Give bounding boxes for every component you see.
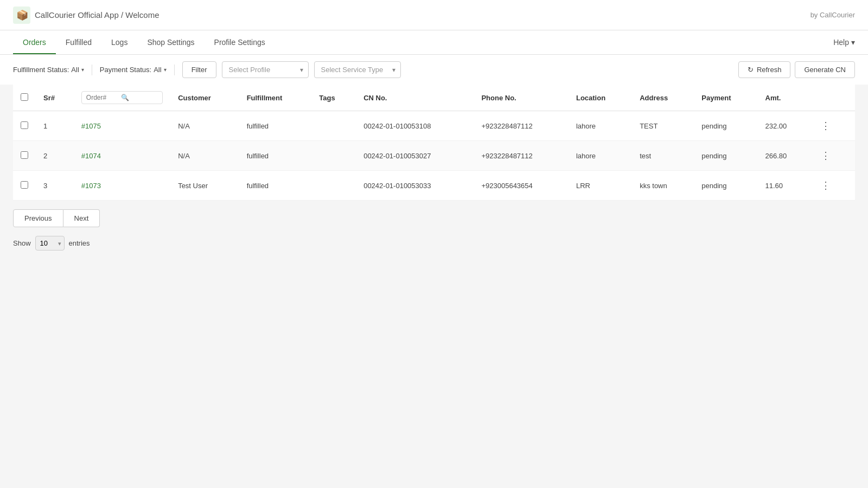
select-service-dropdown[interactable]: Select Service Type [314,61,401,78]
row-payment: pending [694,171,757,201]
by-text: by CallCourier [810,11,855,19]
header-customer: Customer [170,85,239,111]
nav-bar: Orders Fulfilled Logs Shop Settings Prof… [0,30,868,55]
divider-1 [92,65,92,75]
header-tags: Tags [311,85,356,111]
row-location: LRR [569,171,632,201]
search-icon: 🔍 [121,94,129,101]
row-phone: +923228487112 [474,111,569,141]
row-customer: Test User [170,171,239,201]
payment-status-filter[interactable]: Payment Status: All ▾ [100,66,167,74]
toolbar: Fulfillment Status: All ▾ Payment Status… [0,55,868,85]
app-branding: 📦 CallCourier Official App / Welcome [13,7,159,24]
row-checkbox-1[interactable] [21,151,28,159]
row-more-actions[interactable]: ⋮ [810,171,855,201]
row-fulfillment: fulfilled [239,141,312,171]
header-location: Location [569,85,632,111]
row-sr: 1 [36,111,74,141]
help-label: Help [833,38,849,47]
row-address: kks town [632,171,694,201]
row-phone: +923228487112 [474,141,569,171]
row-location: lahore [569,111,632,141]
row-fulfillment: fulfilled [239,111,312,141]
select-profile-wrap: Select Profile [222,61,309,78]
header-sr: Sr# [36,85,74,111]
header-order-search: 🔍 [74,85,170,111]
row-checkbox-cell [13,171,36,201]
entries-wrap: 10 25 50 100 [35,236,65,251]
entries-select[interactable]: 10 25 50 100 [35,236,65,251]
more-actions-button-1[interactable]: ⋮ [818,149,834,163]
fulfillment-label: Fulfillment Status: [13,66,69,74]
previous-button[interactable]: Previous [13,209,63,227]
row-location: lahore [569,141,632,171]
table-body: 1 #1075 N/A fulfilled 00242-01-010053108… [13,111,855,201]
payment-value: All [154,66,161,74]
row-more-actions[interactable]: ⋮ [810,111,855,141]
row-tags [311,171,356,201]
svg-text:📦: 📦 [16,9,29,21]
row-checkbox-cell [13,111,36,141]
fulfillment-status-filter[interactable]: Fulfillment Status: All ▾ [13,66,84,74]
toolbar-right: ↻ Refresh Generate CN [738,61,855,78]
row-order[interactable]: #1075 [74,111,170,141]
header-address: Address [632,85,694,111]
nav-item-logs[interactable]: Logs [101,30,137,54]
select-all-checkbox[interactable] [21,93,28,101]
row-cn-no: 00242-01-010053033 [356,171,474,201]
next-button[interactable]: Next [63,209,100,227]
row-order[interactable]: #1073 [74,171,170,201]
select-service-wrap: Select Service Type [314,61,401,78]
nav-item-orders[interactable]: Orders [13,30,56,54]
header-cn-no: CN No. [356,85,474,111]
row-fulfillment: fulfilled [239,171,312,201]
show-label: Show [13,239,31,247]
row-customer: N/A [170,141,239,171]
refresh-icon: ↻ [748,66,754,74]
row-more-actions[interactable]: ⋮ [810,141,855,171]
row-phone: +923005643654 [474,171,569,201]
nav-item-fulfilled[interactable]: Fulfilled [56,30,101,54]
table-row: 3 #1073 Test User fulfilled 00242-01-010… [13,171,855,201]
table-header-row: Sr# 🔍 Customer Fulfillment Tags CN No. P… [13,85,855,111]
nav-item-shop-settings[interactable]: Shop Settings [137,30,204,54]
refresh-button[interactable]: ↻ Refresh [738,61,791,78]
header-actions [810,85,855,111]
nav-item-profile-settings[interactable]: Profile Settings [205,30,275,54]
row-cn-no: 00242-01-010053108 [356,111,474,141]
fulfillment-value: All [71,66,79,74]
row-address: TEST [632,111,694,141]
payment-caret-icon: ▾ [164,67,167,73]
table-row: 1 #1075 N/A fulfilled 00242-01-010053108… [13,111,855,141]
row-amount: 11.60 [758,171,810,201]
payment-label: Payment Status: [100,66,151,74]
show-bar: Show 10 25 50 100 entries [0,236,868,259]
header-payment: Payment [694,85,757,111]
logo-icon: 📦 [13,7,30,24]
generate-cn-button[interactable]: Generate CN [795,61,855,78]
order-search-input[interactable] [86,94,119,101]
select-profile-dropdown[interactable]: Select Profile [222,61,309,78]
divider-2 [174,65,175,75]
top-bar: 📦 CallCourier Official App / Welcome by … [0,0,868,30]
more-actions-button-2[interactable]: ⋮ [818,178,834,192]
app-title: CallCourier Official App / Welcome [35,10,159,20]
header-amount: Amt. [758,85,810,111]
row-tags [311,111,356,141]
table-container: Sr# 🔍 Customer Fulfillment Tags CN No. P… [0,85,868,201]
filter-button[interactable]: Filter [182,61,216,78]
row-order[interactable]: #1074 [74,141,170,171]
row-sr: 3 [36,171,74,201]
row-checkbox-2[interactable] [21,181,28,189]
row-customer: N/A [170,111,239,141]
orders-table: Sr# 🔍 Customer Fulfillment Tags CN No. P… [13,85,855,201]
more-actions-button-0[interactable]: ⋮ [818,119,834,133]
pagination-bar: Previous Next [0,201,868,236]
row-payment: pending [694,111,757,141]
row-checkbox-0[interactable] [21,121,28,129]
row-amount: 266.80 [758,141,810,171]
row-checkbox-cell [13,141,36,171]
help-button[interactable]: Help ▾ [833,38,855,47]
header-checkbox-col [13,85,36,111]
fulfillment-caret-icon: ▾ [81,67,84,73]
